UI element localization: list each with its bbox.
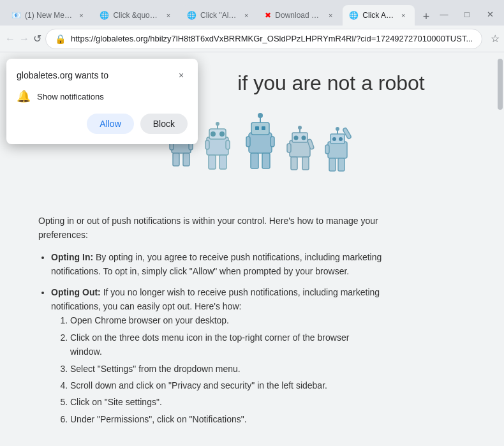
tab-3-label: Click "Allow": [200, 11, 237, 20]
bullet-list: Opting In: By opting in, you agree to re…: [51, 250, 383, 426]
tab-4-label: Download Co...: [275, 11, 322, 20]
step-1: Open Chrome browser on your desktop.: [70, 313, 383, 327]
popup-header: globaletes.org wants to ×: [17, 69, 188, 82]
svg-point-49: [336, 127, 339, 131]
body-text: Opting in or out of push notifications i…: [38, 214, 383, 426]
svg-rect-14: [209, 155, 216, 169]
step-2: Click on the three dots menu icon in the…: [70, 331, 383, 359]
svg-point-19: [216, 122, 219, 126]
svg-rect-5: [183, 153, 189, 166]
svg-rect-27: [271, 137, 274, 147]
body-intro: Opting in or out of push notifications i…: [38, 214, 383, 242]
tab-1-label: (1) New Mess...: [25, 11, 72, 20]
scrollbar-thumb[interactable]: [498, 59, 503, 110]
svg-point-33: [302, 136, 306, 140]
svg-rect-21: [251, 123, 269, 135]
popup-buttons: Allow Block: [17, 114, 188, 134]
tab-5-close[interactable]: ×: [398, 10, 408, 20]
block-button[interactable]: Block: [140, 114, 188, 134]
svg-rect-45: [338, 158, 345, 171]
tab-2-favicon: 🌐: [100, 11, 109, 20]
tab-1-close[interactable]: ×: [76, 10, 86, 20]
tab-4[interactable]: ✖ Download Co... ×: [258, 5, 342, 26]
popup-title: globaletes.org wants to: [17, 70, 108, 80]
scrollbar[interactable]: [496, 52, 504, 446]
browser-frame: 📧 (1) New Mess... × 🌐 Click &quot;A... ×…: [0, 0, 504, 446]
opting-in-title: Opting In:: [51, 252, 93, 262]
opting-in-text: By opting in, you agree to receive push …: [51, 252, 382, 276]
tab-4-close[interactable]: ×: [325, 10, 336, 20]
tab-3[interactable]: 🌐 Click "Allow" ×: [181, 5, 258, 26]
svg-rect-34: [291, 157, 297, 170]
tab-3-favicon: 🌐: [187, 11, 196, 20]
svg-rect-16: [205, 140, 209, 149]
svg-point-42: [332, 137, 336, 141]
svg-point-13: [219, 131, 225, 137]
step-3: Select "Settings" from the dropdown menu…: [70, 362, 383, 376]
svg-rect-36: [287, 144, 291, 152]
svg-rect-15: [219, 155, 226, 169]
popup-notification-text: Show notifications: [37, 92, 104, 101]
notification-popup: globaletes.org wants to × 🔔 Show notific…: [6, 59, 198, 144]
maximize-button[interactable]: □: [458, 5, 476, 23]
svg-point-43: [339, 137, 343, 141]
svg-rect-20: [249, 133, 272, 153]
url-bar[interactable]: 🔒 https://globaletes.org/hbilzy7lH8t8T6x…: [45, 29, 482, 49]
svg-point-32: [294, 136, 299, 140]
svg-rect-10: [207, 137, 228, 155]
toolbar-icons: ☆ ⬇ 👤 ⋮: [486, 30, 504, 48]
svg-point-29: [258, 113, 263, 118]
svg-rect-30: [290, 140, 310, 157]
tab-4-favicon: ✖: [265, 11, 271, 20]
svg-point-12: [211, 131, 216, 137]
url-text: https://globaletes.org/hbilzy7lH8t8T6xdV…: [71, 34, 473, 43]
svg-rect-44: [329, 158, 336, 171]
svg-rect-35: [302, 157, 309, 170]
tab-bar: 📧 (1) New Mess... × 🌐 Click &quot;A... ×…: [0, 0, 504, 26]
tab-5-favicon: 🌐: [349, 11, 359, 20]
back-button[interactable]: ←: [5, 30, 15, 48]
secure-icon: 🔒: [55, 34, 66, 44]
refresh-button[interactable]: ↺: [33, 30, 41, 48]
opting-out-title: Opting Out:: [51, 287, 101, 297]
svg-rect-4: [173, 153, 179, 166]
svg-rect-22: [255, 126, 259, 130]
close-button[interactable]: ✕: [481, 5, 499, 23]
bookmark-button[interactable]: ☆: [486, 30, 504, 48]
svg-rect-24: [251, 153, 258, 168]
opting-out-item: Opting Out: If you no longer wish to rec…: [51, 285, 383, 427]
allow-button[interactable]: Allow: [87, 114, 133, 134]
step-4: Scroll down and click on "Privacy and se…: [70, 378, 383, 392]
tab-2-label: Click &quot;A...: [113, 11, 159, 20]
svg-rect-40: [328, 142, 347, 158]
svg-rect-17: [226, 140, 230, 149]
tab-1[interactable]: 📧 (1) New Mess... ×: [5, 5, 93, 26]
forward-button[interactable]: →: [19, 30, 29, 48]
opting-in-item: Opting In: By opting in, you agree to re…: [51, 250, 383, 279]
tab-2-close[interactable]: ×: [163, 10, 174, 20]
step-5: Click on "Site settings".: [70, 395, 383, 409]
svg-rect-23: [262, 126, 265, 130]
steps-list: Open Chrome browser on your desktop. Cli…: [70, 313, 383, 426]
tab-1-favicon: 📧: [11, 11, 21, 20]
popup-notification-row: 🔔 Show notifications: [17, 89, 188, 103]
tab-5-label: Click Allow: [362, 11, 394, 20]
window-controls: — □ ✕: [435, 5, 499, 26]
page-content: globaletes.org wants to × 🔔 Show notific…: [0, 52, 496, 446]
svg-rect-25: [262, 153, 270, 168]
svg-point-39: [298, 126, 302, 130]
tab-3-close[interactable]: ×: [241, 10, 251, 20]
bell-icon: 🔔: [17, 89, 31, 103]
svg-rect-26: [246, 137, 250, 147]
step-6: Under "Permissions", click on "Notificat…: [70, 412, 383, 426]
svg-rect-46: [325, 145, 329, 154]
minimize-button[interactable]: —: [435, 5, 453, 23]
new-tab-button[interactable]: +: [418, 8, 434, 26]
tab-2[interactable]: 🌐 Click &quot;A... ×: [93, 5, 180, 26]
popup-close-button[interactable]: ×: [175, 69, 188, 82]
address-bar: ← → ↺ 🔒 https://globaletes.org/hbilzy7lH…: [0, 26, 504, 52]
opting-out-text: If you no longer wish to receive push no…: [51, 287, 380, 311]
tab-5[interactable]: 🌐 Click Allow ×: [343, 5, 415, 26]
